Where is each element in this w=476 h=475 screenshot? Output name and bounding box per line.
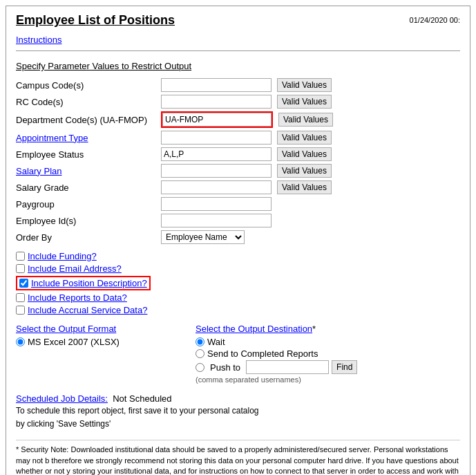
param-row-empstatus: Employee Status Valid Values bbox=[16, 147, 460, 161]
radio-xlsx-label: MS Excel 2007 (XLSX) bbox=[28, 337, 120, 347]
check-label-funding[interactable]: Include Funding? bbox=[28, 251, 97, 261]
page-title: Employee List of Positions bbox=[16, 13, 175, 28]
order-by-row: Order By Employee Name Employee Id Depar… bbox=[16, 230, 460, 244]
radio-completed-input[interactable] bbox=[196, 349, 204, 358]
bottom-area: Select the Output Format MS Excel 2007 (… bbox=[16, 324, 460, 384]
param-row-salgrade: Salary Grade Valid Values bbox=[16, 180, 460, 194]
radio-wait-input[interactable] bbox=[196, 337, 204, 346]
check-row-posdesc: Include Position Description? bbox=[16, 276, 151, 290]
pushto-input[interactable] bbox=[246, 360, 329, 374]
output-dest-area: Select the Output Destination* Wait Send… bbox=[196, 324, 460, 384]
output-format-title[interactable]: Select the Output Format bbox=[16, 324, 154, 334]
param-row-paygroup: Paygroup bbox=[16, 197, 460, 211]
valid-values-rc[interactable]: Valid Values bbox=[277, 95, 332, 109]
valid-values-campus[interactable]: Valid Values bbox=[277, 78, 332, 92]
radio-xlsx-input[interactable] bbox=[16, 337, 25, 346]
instructions-link[interactable]: Instructions bbox=[16, 35, 61, 45]
date-stamp: 01/24/2020 00: bbox=[410, 16, 460, 24]
param-input-rc[interactable] bbox=[161, 95, 272, 109]
param-label-salplan[interactable]: Salary Plan bbox=[16, 166, 161, 176]
check-row-funding: Include Funding? bbox=[16, 251, 460, 261]
scheduled-area: Scheduled Job Details: Not Scheduled To … bbox=[16, 393, 460, 430]
radio-completed: Send to Completed Reports bbox=[196, 348, 460, 359]
checkbox-email[interactable] bbox=[16, 264, 25, 273]
param-input-salgrade[interactable] bbox=[161, 180, 272, 194]
output-dest-link[interactable]: Select the Output Destination bbox=[196, 324, 312, 334]
main-container: Employee List of Positions 01/24/2020 00… bbox=[6, 6, 470, 475]
radio-pushto: Push to Find bbox=[196, 360, 460, 374]
scheduled-link[interactable]: Scheduled Job Details: bbox=[16, 393, 108, 404]
checkbox-reports[interactable] bbox=[16, 293, 25, 302]
valid-values-empstatus[interactable]: Valid Values bbox=[277, 147, 332, 161]
check-label-posdesc[interactable]: Include Position Description? bbox=[31, 278, 147, 288]
params-area: Campus Code(s) Valid Values RC Code(s) V… bbox=[16, 78, 460, 475]
security-note: * Security Note: Downloaded institutiona… bbox=[16, 440, 460, 475]
radio-wait-label: Wait bbox=[207, 337, 225, 347]
valid-values-dept[interactable]: Valid Values bbox=[278, 113, 333, 127]
params-left: Campus Code(s) Valid Values RC Code(s) V… bbox=[16, 78, 460, 475]
param-input-appt[interactable] bbox=[161, 131, 272, 145]
check-row-email: Include Email Address? bbox=[16, 263, 460, 274]
radio-completed-label: Send to Completed Reports bbox=[207, 348, 318, 359]
checkbox-accrual[interactable] bbox=[16, 306, 25, 315]
order-by-label: Order By bbox=[16, 232, 161, 243]
comma-note: (comma separated usernames) bbox=[196, 375, 460, 384]
param-input-paygroup[interactable] bbox=[161, 197, 272, 211]
param-input-dept[interactable] bbox=[162, 113, 272, 127]
section-title: Specify Parameter Values to Restrict Out… bbox=[16, 61, 460, 71]
param-label-salgrade: Salary Grade bbox=[16, 183, 161, 193]
valid-values-appt[interactable]: Valid Values bbox=[277, 131, 332, 145]
param-input-salplan[interactable] bbox=[161, 164, 272, 178]
param-label-empid: Employee Id(s) bbox=[16, 216, 161, 226]
scheduled-status: Not Scheduled bbox=[113, 393, 171, 404]
param-row-rc: RC Code(s) Valid Values bbox=[16, 95, 460, 109]
header-row: Employee List of Positions 01/24/2020 00… bbox=[16, 13, 460, 28]
check-label-email[interactable]: Include Email Address? bbox=[28, 263, 122, 274]
scheduled-desc-line2: by clicking 'Save Settings' bbox=[16, 418, 460, 430]
param-input-empstatus[interactable] bbox=[161, 147, 272, 161]
check-row-reports: Include Reports to Data? bbox=[16, 292, 460, 303]
param-input-campus[interactable] bbox=[161, 78, 272, 92]
valid-values-salplan[interactable]: Valid Values bbox=[277, 164, 332, 178]
param-row-appt: Appointment Type Valid Values bbox=[16, 131, 460, 145]
output-dest-title: Select the Output Destination* bbox=[196, 324, 460, 334]
checkboxes-area: Include Funding? Include Email Address? … bbox=[16, 251, 460, 315]
param-label-campus: Campus Code(s) bbox=[16, 80, 161, 91]
param-row-salplan: Salary Plan Valid Values bbox=[16, 164, 460, 178]
param-row-campus: Campus Code(s) Valid Values bbox=[16, 78, 460, 92]
radio-wait: Wait bbox=[196, 337, 460, 347]
security-note-text: * Security Note: Downloaded institutiona… bbox=[16, 445, 459, 475]
scheduled-title: Scheduled Job Details: Not Scheduled bbox=[16, 393, 172, 404]
radio-pushto-input[interactable] bbox=[196, 363, 204, 372]
checkbox-posdesc[interactable] bbox=[19, 279, 28, 288]
check-row-accrual: Include Accrual Service Data? bbox=[16, 305, 460, 315]
radio-xlsx: MS Excel 2007 (XLSX) bbox=[16, 337, 154, 347]
check-label-accrual[interactable]: Include Accrual Service Data? bbox=[28, 305, 147, 315]
divider bbox=[16, 50, 460, 51]
param-label-rc: RC Code(s) bbox=[16, 97, 161, 107]
param-label-paygroup: Paygroup bbox=[16, 199, 161, 209]
param-row-dept: Department Code(s) (UA-FMOP) Valid Value… bbox=[16, 111, 460, 128]
param-row-empid: Employee Id(s) bbox=[16, 214, 460, 227]
param-label-appt[interactable]: Appointment Type bbox=[16, 133, 161, 143]
valid-values-salgrade[interactable]: Valid Values bbox=[277, 180, 332, 194]
param-label-dept: Department Code(s) (UA-FMOP) bbox=[16, 115, 161, 125]
check-label-reports[interactable]: Include Reports to Data? bbox=[28, 292, 127, 303]
scheduled-desc-line1: To schedule this report object, first sa… bbox=[16, 405, 460, 417]
radio-pushto-label: Push to bbox=[210, 362, 240, 373]
param-label-empstatus: Employee Status bbox=[16, 149, 161, 160]
order-by-select[interactable]: Employee Name Employee Id Department Cod… bbox=[161, 230, 245, 244]
output-format-area: Select the Output Format MS Excel 2007 (… bbox=[16, 324, 154, 384]
checkbox-funding[interactable] bbox=[16, 252, 25, 261]
param-input-empid[interactable] bbox=[161, 214, 272, 227]
find-button[interactable]: Find bbox=[332, 360, 357, 374]
